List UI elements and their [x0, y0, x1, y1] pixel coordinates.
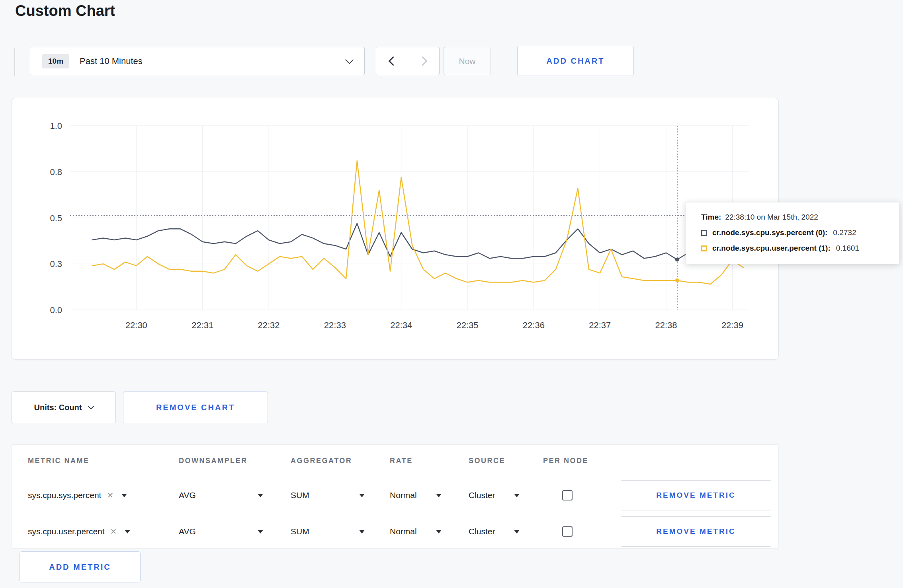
tooltip-series-name: cr.node.sys.cpu.user.percent (1):	[712, 244, 831, 253]
caret-down-icon	[125, 530, 130, 533]
tooltip-series-row-user: cr.node.sys.cpu.user.percent (1): 0.1601	[701, 244, 888, 253]
caret-down-icon	[359, 494, 365, 497]
aggregator-select[interactable]: SUM	[291, 491, 365, 500]
chevron-down-icon	[88, 403, 94, 410]
caret-down-icon	[514, 494, 520, 497]
per-node-checkbox[interactable]	[562, 526, 573, 537]
metric-name-select[interactable]: sys.cpu.sys.percent ✕	[28, 491, 127, 500]
caret-down-icon	[436, 494, 442, 497]
downsampler-select[interactable]: AVG	[179, 527, 263, 536]
caret-down-icon	[359, 530, 365, 533]
remove-metric-button[interactable]: REMOVE METRIC	[621, 480, 771, 510]
x-axis-tick-label: 22:37	[589, 320, 611, 330]
metric-name-select[interactable]: sys.cpu.user.percent ✕	[28, 527, 130, 536]
units-dropdown[interactable]: Units: Count	[12, 391, 116, 423]
clear-metric-icon[interactable]: ✕	[110, 527, 117, 536]
x-axis-tick-label: 22:31	[192, 320, 213, 330]
downsampler-value: AVG	[179, 527, 196, 536]
rate-value: Normal	[390, 527, 417, 536]
metric-row: sys.cpu.sys.percent ✕ AVG SUM Normal Clu…	[12, 477, 778, 513]
time-range-dropdown[interactable]: 10m Past 10 Minutes	[30, 47, 365, 75]
remove-metric-button[interactable]: REMOVE METRIC	[621, 516, 771, 547]
chevron-left-icon	[388, 56, 398, 66]
x-axis-tick-label: 22:33	[324, 320, 346, 330]
column-header-downsampler: DOWNSAMPLER	[179, 457, 248, 465]
y-axis-tick-label: 0.5	[50, 213, 62, 223]
column-header-rate: RATE	[390, 457, 413, 465]
per-node-checkbox[interactable]	[562, 490, 573, 500]
column-header-source: SOURCE	[469, 457, 505, 465]
tooltip-time-row: Time:22:38:10 on Mar 15th, 2022	[701, 213, 888, 222]
y-axis-tick-label: 0.8	[50, 167, 62, 177]
chart-canvas[interactable]: 0.00.30.50.81.022:3022:3122:3222:3322:34…	[12, 98, 779, 360]
tooltip-series-row-sys: cr.node.sys.cpu.sys.percent (0): 0.2732	[701, 228, 888, 237]
column-header-metric-name: METRIC NAME	[28, 457, 90, 465]
series-line-0	[92, 223, 743, 259]
series-user-swatch-icon	[701, 245, 707, 251]
downsampler-value: AVG	[179, 491, 196, 500]
column-header-aggregator: AGGREGATOR	[291, 457, 352, 465]
y-axis-tick-label: 0.3	[50, 259, 62, 269]
caret-down-icon	[258, 530, 263, 533]
custom-chart-page: Custom Chart 10m Past 10 Minutes Now ADD…	[0, 0, 903, 588]
add-metric-button[interactable]: ADD METRIC	[20, 551, 141, 582]
source-value: Cluster	[469, 527, 495, 536]
source-select[interactable]: Cluster	[469, 491, 520, 500]
caret-down-icon	[436, 530, 442, 533]
remove-chart-button[interactable]: REMOVE CHART	[123, 391, 268, 423]
time-range-badge: 10m	[42, 54, 69, 68]
tooltip-series-name: cr.node.sys.cpu.sys.percent (0):	[712, 228, 827, 237]
prev-time-button[interactable]	[376, 47, 408, 75]
rate-select[interactable]: Normal	[390, 491, 442, 500]
x-axis-tick-label: 22:38	[655, 320, 677, 330]
units-label: Units: Count	[34, 403, 82, 412]
time-pager	[376, 47, 440, 75]
page-title: Custom Chart	[15, 2, 115, 19]
aggregator-value: SUM	[291, 491, 309, 500]
rate-select[interactable]: Normal	[390, 527, 442, 536]
chevron-down-icon	[345, 56, 354, 64]
next-time-button[interactable]	[408, 47, 439, 75]
x-axis-tick-label: 22:35	[457, 320, 479, 330]
caret-down-icon	[258, 494, 263, 497]
source-value: Cluster	[469, 491, 495, 500]
rate-value: Normal	[390, 491, 417, 500]
metric-name-value: sys.cpu.sys.percent	[28, 491, 101, 500]
source-select[interactable]: Cluster	[469, 527, 520, 536]
metric-row: sys.cpu.user.percent ✕ AVG SUM Normal Cl…	[12, 514, 778, 549]
y-axis-tick-label: 1.0	[50, 121, 62, 131]
crosshair-marker	[675, 258, 679, 262]
x-axis-tick-label: 22:34	[390, 320, 412, 330]
tooltip-series-value: 0.2732	[833, 228, 856, 237]
chart-tooltip: Time:22:38:10 on Mar 15th, 2022 cr.node.…	[686, 202, 899, 264]
chevron-right-icon	[418, 56, 427, 66]
downsampler-select[interactable]: AVG	[179, 491, 263, 500]
tooltip-time-value: 22:38:10 on Mar 15th, 2022	[725, 213, 818, 221]
y-axis-tick-label: 0.0	[50, 305, 62, 315]
caret-down-icon	[514, 530, 520, 533]
column-header-per-node: PER NODE	[543, 457, 588, 465]
tooltip-series-value: 0.1601	[836, 244, 859, 253]
tooltip-time-label: Time:	[701, 213, 721, 221]
x-axis-tick-label: 22:30	[125, 320, 147, 330]
x-axis-tick-label: 22:36	[523, 320, 545, 330]
aggregator-value: SUM	[291, 527, 309, 536]
x-axis-tick-label: 22:39	[721, 320, 743, 330]
toolbar-divider	[14, 48, 15, 76]
clear-metric-icon[interactable]: ✕	[107, 491, 113, 500]
x-axis-tick-label: 22:32	[258, 320, 280, 330]
metrics-table: METRIC NAME DOWNSAMPLER AGGREGATOR RATE …	[12, 444, 779, 549]
time-range-label: Past 10 Minutes	[80, 56, 143, 66]
aggregator-select[interactable]: SUM	[291, 527, 365, 536]
series-sys-swatch-icon	[701, 230, 707, 236]
metric-name-value: sys.cpu.user.percent	[28, 527, 105, 536]
chart-panel: 0.00.30.50.81.022:3022:3122:3222:3322:34…	[12, 98, 779, 360]
crosshair-marker	[675, 278, 679, 282]
series-line-1	[92, 161, 743, 284]
caret-down-icon	[121, 494, 127, 497]
add-chart-button[interactable]: ADD CHART	[517, 46, 634, 76]
now-button[interactable]: Now	[444, 47, 491, 75]
